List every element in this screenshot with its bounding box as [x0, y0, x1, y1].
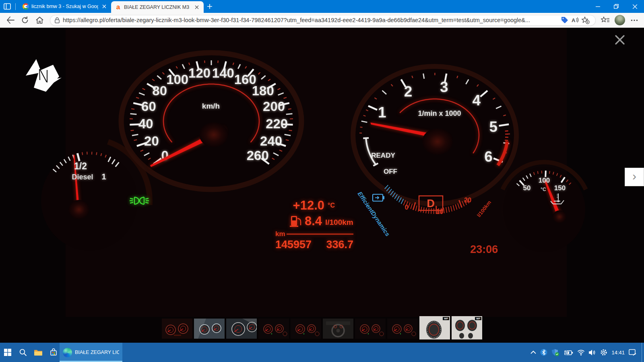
store-icon[interactable] — [46, 343, 61, 362]
svg-text:4: 4 — [472, 92, 481, 109]
minimize-button[interactable] — [588, 0, 607, 13]
next-image-button[interactable]: › — [625, 168, 644, 186]
battery-charging-icon[interactable] — [564, 349, 573, 356]
restore-button[interactable] — [607, 0, 625, 13]
battery-icon — [373, 194, 384, 201]
address-bar[interactable]: https://allegro.pl/oferta/biale-zegary-l… — [50, 15, 596, 26]
close-window-button[interactable] — [625, 0, 644, 13]
svg-text:1: 1 — [378, 104, 386, 121]
oil-unit-label: °C — [541, 187, 546, 192]
lock-icon — [55, 17, 60, 23]
lightbox-close-icon[interactable] — [612, 33, 628, 47]
thumbnail-10[interactable]: WP — [452, 316, 482, 339]
trip-computer-display: +12.0 °C 8.4 l/100km km 145957 336.7 — [275, 198, 353, 251]
speedometer-unit-label: km/h — [202, 102, 220, 110]
tab-title: licznik bmw 3 - Szukaj w Google — [31, 4, 98, 9]
svg-text:220: 220 — [266, 116, 288, 131]
watermark-logo — [26, 59, 62, 92]
browser-toolbar: https://allegro.pl/oferta/biale-zegary-l… — [0, 13, 644, 28]
gauge-cluster-overlay: 1/2 Diesel 1 020406080100120140160180200… — [0, 28, 644, 343]
tab-close-icon[interactable] — [193, 4, 200, 10]
thumbnail-1[interactable] — [162, 319, 192, 339]
security-shield-icon[interactable] — [551, 349, 559, 356]
svg-text:100: 100 — [166, 72, 188, 87]
gear-indicator: D — [427, 197, 435, 210]
odometer-unit-label: km — [275, 230, 285, 238]
oil-label-100: 100 — [539, 177, 550, 184]
thumbnail-4[interactable] — [258, 319, 289, 339]
taskbar-app-edge-allegro[interactable]: BIAŁE ZEGARY LICZNI... — [60, 343, 122, 362]
shopping-tag-icon[interactable] — [559, 15, 570, 25]
efficient-dynamics-label: EfficientDynamics — [357, 190, 392, 237]
new-tab-button[interactable] — [204, 0, 216, 12]
fuel-type-label: Diesel — [72, 173, 93, 181]
svg-text:240: 240 — [260, 134, 282, 148]
ready-label: READY — [371, 152, 395, 159]
bluetooth-icon[interactable] — [540, 349, 547, 356]
volume-icon[interactable] — [589, 350, 596, 356]
econ-label-20: 20 — [464, 197, 471, 204]
svg-text:5: 5 — [489, 119, 498, 135]
econ-unit-label: l/100km — [476, 200, 492, 218]
tab-allegro-offer[interactable]: a BIAŁE ZEGARY LICZNIK M3 LOOK — [111, 1, 204, 13]
tachometer-unit-label: 1/min x 1000 — [418, 109, 461, 117]
avg-consumption: 8.4 — [305, 214, 322, 228]
windows-taskbar: BIAŁE ZEGARY LICZNI... 14:41 — [0, 343, 644, 362]
svg-text:140: 140 — [212, 66, 234, 80]
clock-display: 23:06 — [470, 243, 498, 255]
home-icon[interactable] — [32, 14, 47, 27]
svg-text:6: 6 — [484, 148, 493, 165]
tab-actions-menu-icon[interactable] — [0, 0, 14, 13]
svg-text:A: A — [572, 17, 576, 23]
file-explorer-icon[interactable] — [31, 343, 46, 362]
allegro-favicon-icon: a — [115, 4, 122, 10]
thumbnail-2[interactable] — [194, 319, 225, 339]
system-tray: 14:41 — [530, 343, 642, 362]
refresh-icon[interactable] — [18, 14, 32, 27]
edge-icon — [63, 348, 72, 357]
oil-label-150: 150 — [554, 184, 566, 192]
tray-expand-chevron-icon[interactable] — [530, 350, 536, 355]
odometer-value: 145957 — [275, 239, 312, 251]
brand-badge: WP — [475, 317, 481, 320]
off-label: OFF — [384, 168, 397, 175]
econ-label-10: 10 — [436, 208, 443, 215]
profile-avatar[interactable] — [615, 15, 625, 25]
fuel-pump-icon — [290, 216, 301, 227]
action-center-icon[interactable] — [629, 349, 636, 356]
url-text[interactable]: https://allegro.pl/oferta/biale-zegary-l… — [63, 17, 559, 23]
speedometer-gauge: 020406080100120140160180200220240260 km/… — [121, 53, 301, 189]
econ-label-0: 0 — [405, 204, 409, 211]
thumbnail-3[interactable] — [226, 319, 257, 339]
thumbnail-8[interactable] — [387, 319, 418, 339]
thumbnail-9[interactable]: WP — [419, 316, 450, 339]
titlebar-separator — [15, 3, 16, 10]
thumbnail-7[interactable] — [355, 319, 386, 339]
back-icon[interactable] — [3, 14, 18, 27]
window-controls — [588, 0, 644, 13]
browser-titlebar: licznik bmw 3 - Szukaj w Google a BIAŁE … — [0, 0, 644, 13]
gear-icon[interactable] — [600, 349, 607, 356]
wifi-icon[interactable] — [577, 350, 585, 356]
tab-google-search[interactable]: licznik bmw 3 - Szukaj w Google — [19, 0, 111, 13]
tab-title: BIAŁE ZEGARY LICZNIK M3 LOOK — [124, 4, 191, 10]
thumbnail-6[interactable] — [323, 319, 353, 339]
fuel-full-label: 1 — [101, 172, 106, 181]
taskbar-clock[interactable]: 14:41 — [611, 350, 625, 356]
svg-text:2: 2 — [404, 83, 413, 100]
tab-close-icon[interactable] — [101, 3, 107, 10]
svg-text:3: 3 — [440, 79, 448, 95]
taskbar-search-icon[interactable] — [15, 343, 31, 362]
read-aloud-icon[interactable]: A — [570, 15, 580, 25]
settings-menu-icon[interactable] — [628, 14, 641, 26]
start-button[interactable] — [0, 343, 15, 362]
outside-temp-unit: °C — [328, 202, 335, 209]
svg-text:60: 60 — [141, 99, 156, 114]
show-desktop-strip[interactable] — [642, 343, 642, 362]
oil-label-50: 50 — [523, 184, 531, 192]
chevron-right-icon: › — [632, 170, 636, 182]
add-favorite-star-icon[interactable] — [580, 15, 591, 25]
thumbnail-5[interactable] — [291, 319, 321, 339]
favorites-hub-icon[interactable] — [599, 14, 612, 26]
svg-text:20: 20 — [144, 134, 159, 148]
